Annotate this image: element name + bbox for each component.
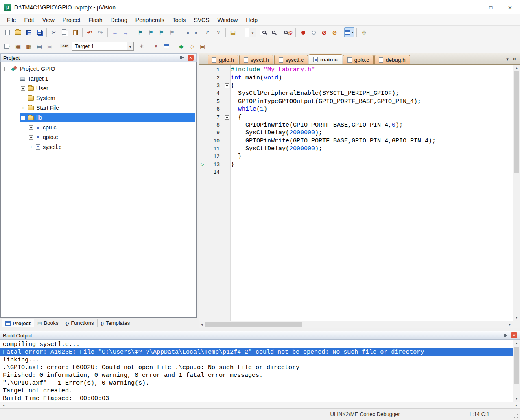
rebuild-button[interactable]: ▩ [24, 41, 34, 51]
expand-icon[interactable]: + [21, 106, 25, 110]
bookmark-next-button[interactable]: ⚑ [156, 27, 166, 37]
window-layout-button[interactable]: ▾ [344, 27, 354, 37]
translate-button[interactable]: ✎ [2, 41, 13, 51]
outdent-button[interactable]: ⇤ [192, 27, 202, 37]
find-in-files-button[interactable] [258, 27, 268, 37]
bottom-tab-books[interactable]: ▤Books [34, 319, 62, 327]
code-line[interactable]: 4 SysCtlPeripheralEnable(SYSCTL_PERIPH_G… [199, 90, 513, 97]
expand-icon[interactable]: + [29, 145, 33, 149]
minimize-button[interactable]: – [462, 0, 481, 14]
pack-installer-button[interactable]: ▣ [197, 41, 208, 51]
menu-peripherals[interactable]: Peripherals [131, 15, 168, 25]
menu-file[interactable]: File [3, 15, 20, 25]
menu-debug[interactable]: Debug [107, 15, 131, 25]
fold-collapse-icon[interactable] [225, 83, 229, 88]
kill-all-breakpoints-button[interactable]: ⊘ [319, 27, 329, 37]
scroll-down-icon[interactable] [513, 315, 520, 321]
scroll-left-icon[interactable] [0, 402, 7, 409]
stop-build-button[interactable]: ▣ [45, 41, 55, 51]
close-file-icon[interactable] [513, 56, 516, 62]
find-button[interactable] [269, 27, 279, 37]
bottom-hscrollbar[interactable] [0, 402, 520, 408]
tree-item-gpio-c[interactable]: +gpio.c [1, 132, 195, 142]
scroll-left-icon[interactable] [199, 321, 205, 328]
manage-components-button[interactable] [162, 41, 172, 51]
incremental-find-button[interactable]: @ [283, 27, 293, 37]
code-line[interactable]: 12 } [199, 153, 513, 160]
code-editor[interactable]: 1#include "My_Labrary.h"2int main(void)3… [199, 65, 513, 321]
scroll-up-icon[interactable] [513, 340, 520, 346]
expand-icon[interactable]: + [21, 86, 25, 91]
comment-block-button[interactable]: /* [203, 27, 213, 37]
build-output-line[interactable]: compiling sysctl.c... [0, 341, 513, 348]
batch-build-button[interactable]: ▤ [34, 41, 44, 51]
enable-all-breakpoints-button[interactable]: ⊘ [330, 27, 340, 37]
build-output-line[interactable]: ".\GPIO.axf" - 1 Error(s), 0 Warning(s). [0, 379, 513, 387]
editor-vscrollbar[interactable] [513, 65, 520, 321]
code-line[interactable]: 14 [199, 168, 513, 176]
save-button[interactable] [24, 27, 34, 37]
build-output-line[interactable]: Finished: 0 information, 0 warning, 0 er… [0, 372, 513, 379]
tab-sysctl-c[interactable]: sysctl.c [274, 55, 308, 64]
tree-item-project-gpio[interactable]: −Project: GPIO [1, 64, 195, 74]
expand-icon[interactable]: + [29, 125, 33, 130]
indent-button[interactable]: ⇥ [181, 27, 192, 37]
insert-breakpoint-button[interactable] [298, 27, 308, 37]
bookmark-clear-all-button[interactable]: ⚑ [167, 27, 177, 37]
find-text-combo[interactable] [245, 28, 256, 37]
output-vscroll-thumb[interactable] [514, 347, 519, 384]
tree-item-target-1[interactable]: −Target 1 [1, 74, 195, 83]
tab-gpio-c[interactable]: gpio.c [343, 55, 374, 64]
properties-button[interactable]: ▤ [228, 27, 238, 37]
tree-item-user[interactable]: +User [1, 83, 195, 93]
code-line[interactable]: 3{ [199, 82, 513, 90]
target-select[interactable]: Target 1 [72, 42, 134, 51]
paste-button[interactable] [70, 27, 80, 37]
editor-vscroll-thumb[interactable] [514, 71, 519, 173]
build-output-line[interactable]: Build Time Elapsed: 00:00:03 [0, 395, 513, 402]
tab-gpio-h[interactable]: gpio.h [208, 55, 238, 64]
tree-item-sysctl-c[interactable]: +sysctl.c [1, 142, 195, 152]
scroll-up-icon[interactable] [513, 65, 520, 71]
code-line[interactable]: 7 { [199, 113, 513, 121]
tree-item-cpu-c[interactable]: +cpu.c [1, 122, 195, 132]
bottom-tab-templates[interactable]: ()Templates [98, 319, 134, 327]
nav-forward-button[interactable]: → [120, 27, 131, 37]
close-button[interactable]: ✕ [500, 0, 520, 14]
code-line[interactable]: 1#include "My_Labrary.h" [199, 66, 513, 74]
code-line[interactable]: 2int main(void) [199, 74, 513, 81]
nav-back-button[interactable]: ← [110, 27, 120, 37]
menu-project[interactable]: Project [59, 15, 85, 25]
output-splitter[interactable] [0, 328, 520, 331]
options-for-target-button[interactable]: ✶ [136, 41, 146, 51]
collapse-icon[interactable]: − [21, 116, 25, 120]
menu-window[interactable]: Window [214, 15, 242, 25]
menu-help[interactable]: Help [242, 15, 262, 25]
disable-breakpoint-button[interactable] [308, 27, 319, 37]
pin-icon[interactable] [503, 333, 508, 338]
build-output-close-icon[interactable] [511, 332, 517, 338]
menu-view[interactable]: View [38, 15, 59, 25]
expand-icon[interactable]: + [29, 135, 33, 140]
configure-button[interactable]: ⚙ [359, 27, 369, 37]
menu-edit[interactable]: Edit [20, 15, 38, 25]
code-line[interactable]: 9 SysCtlDelay(2000000); [199, 129, 513, 137]
project-window-toggle-button[interactable]: ◆ [176, 41, 186, 51]
menu-tools[interactable]: Tools [168, 15, 190, 25]
code-line[interactable]: 8 GPIOPinWrite(GPIO_PORTF_BASE,GPIO_PIN_… [199, 121, 513, 129]
tree-item-system[interactable]: System [1, 93, 195, 103]
pin-icon[interactable] [180, 56, 184, 60]
uncomment-block-button[interactable]: */ [213, 27, 223, 37]
resize-grip[interactable] [512, 409, 520, 420]
file-extensions-button[interactable]: ▼ [151, 41, 161, 51]
save-all-button[interactable] [34, 27, 44, 37]
code-line[interactable]: ▷13} [199, 161, 513, 168]
fold-collapse-icon[interactable] [225, 115, 229, 120]
cut-button[interactable]: ✂ [49, 27, 59, 37]
editor-hscrollbar[interactable] [199, 321, 520, 328]
scroll-right-icon[interactable] [513, 402, 520, 409]
tab-debug-h[interactable]: debug.h [374, 55, 410, 64]
project-panel-close-icon[interactable] [188, 55, 194, 61]
open-button[interactable] [13, 27, 23, 37]
redo-button[interactable]: ↷ [95, 27, 105, 37]
